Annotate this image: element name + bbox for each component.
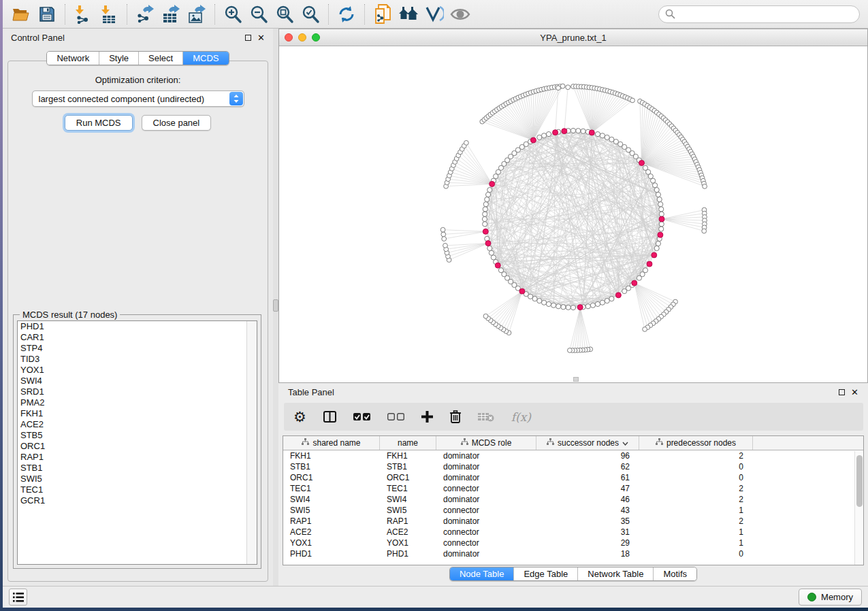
- table-row[interactable]: SWI5SWI5connector431: [283, 505, 863, 516]
- table-cell[interactable]: 0: [639, 473, 753, 482]
- float-table-panel-icon[interactable]: [839, 389, 845, 395]
- table-cell[interactable]: RAP1: [380, 516, 436, 526]
- table-cell[interactable]: RAP1: [283, 516, 380, 526]
- table-cell[interactable]: FKH1: [283, 451, 380, 461]
- delete-column-icon[interactable]: [450, 410, 461, 423]
- tab-style[interactable]: Style: [99, 52, 139, 65]
- table-cell[interactable]: 47: [536, 484, 639, 493]
- export-table-icon[interactable]: [158, 3, 184, 26]
- network-canvas[interactable]: [279, 46, 867, 382]
- table-cell[interactable]: 96: [536, 451, 639, 461]
- close-window-icon[interactable]: [285, 33, 293, 42]
- table-row[interactable]: SWI4SWI4dominator462: [283, 494, 863, 505]
- table-cell[interactable]: 0: [639, 462, 753, 472]
- mcds-result-item[interactable]: ORC1: [18, 441, 257, 452]
- table-cell[interactable]: ACE2: [380, 527, 436, 537]
- table-row[interactable]: PHD1PHD1dominator180: [283, 548, 863, 559]
- table-cell[interactable]: YOX1: [380, 538, 436, 548]
- table-cell[interactable]: ORC1: [380, 473, 436, 482]
- table-cell[interactable]: 2: [639, 484, 753, 493]
- table-row[interactable]: ORC1ORC1dominator610: [283, 472, 863, 483]
- table-cell[interactable]: dominator: [436, 451, 536, 461]
- network-graph[interactable]: [279, 46, 867, 382]
- home-icon[interactable]: [396, 3, 421, 26]
- gear-icon[interactable]: ⚙: [293, 409, 306, 425]
- table-cell[interactable]: connector: [436, 538, 536, 548]
- import-network-icon[interactable]: [70, 3, 96, 26]
- table-cell[interactable]: SWI5: [380, 506, 436, 515]
- table-cell[interactable]: 0: [639, 549, 753, 559]
- table-cell[interactable]: 31: [536, 527, 639, 537]
- table-row[interactable]: YOX1YOX1connector291: [283, 538, 863, 548]
- float-panel-icon[interactable]: [245, 35, 251, 41]
- memory-button[interactable]: Memory: [799, 589, 862, 606]
- table-row[interactable]: ACE2ACE2connector311: [283, 527, 863, 538]
- select-all-icon[interactable]: [353, 413, 370, 420]
- table-scrollbar-thumb[interactable]: [856, 455, 863, 507]
- close-panel-button[interactable]: Close panel: [142, 115, 212, 131]
- table-cell[interactable]: connector: [436, 506, 536, 515]
- table-cell[interactable]: 29: [536, 538, 639, 548]
- table-cell[interactable]: ACE2: [283, 527, 380, 537]
- zoom-in-icon[interactable]: [220, 3, 246, 26]
- tab-motifs[interactable]: Motifs: [654, 567, 696, 580]
- table-cell[interactable]: 43: [536, 506, 639, 515]
- table-cell[interactable]: 35: [536, 516, 639, 526]
- table-cell[interactable]: SWI4: [283, 495, 380, 504]
- mcds-result-item[interactable]: SWI5: [18, 474, 257, 484]
- tab-network-table[interactable]: Network Table: [578, 567, 654, 580]
- column-header-name[interactable]: name: [380, 436, 436, 450]
- table-cell[interactable]: SWI5: [283, 506, 380, 515]
- table-row[interactable]: STB1STB1dominator620: [283, 461, 863, 472]
- mcds-result-item[interactable]: TEC1: [18, 484, 257, 495]
- table-cell[interactable]: 1: [639, 527, 753, 537]
- tab-edge-table[interactable]: Edge Table: [514, 567, 578, 580]
- mcds-result-item[interactable]: CAR1: [18, 332, 257, 343]
- save-session-icon[interactable]: [34, 3, 60, 26]
- mcds-result-item[interactable]: TID3: [18, 354, 257, 365]
- zoom-fit-icon[interactable]: [272, 3, 298, 26]
- panel-splitter[interactable]: [273, 29, 278, 586]
- show-graphics-icon[interactable]: [447, 3, 473, 26]
- table-cell[interactable]: STB1: [380, 462, 436, 472]
- table-cell[interactable]: 2: [639, 516, 753, 526]
- splitter-grip[interactable]: [273, 299, 278, 312]
- table-cell[interactable]: PHD1: [380, 549, 436, 559]
- table-cell[interactable]: 1: [639, 506, 753, 515]
- tab-node-table[interactable]: Node Table: [450, 567, 515, 580]
- task-history-button[interactable]: [9, 589, 27, 606]
- minimize-window-icon[interactable]: [298, 33, 306, 42]
- search-input[interactable]: [679, 9, 853, 19]
- column-header-shared-name[interactable]: shared name: [283, 436, 380, 450]
- column-header-predecessor-nodes[interactable]: predecessor nodes: [639, 436, 753, 450]
- split-columns-icon[interactable]: [323, 411, 336, 423]
- table-row[interactable]: TEC1TEC1connector472: [283, 483, 863, 494]
- network-window-titlebar[interactable]: YPA_prune.txt_1: [279, 29, 867, 46]
- zoom-selected-icon[interactable]: [298, 3, 323, 26]
- hide-graphics-icon[interactable]: [421, 3, 447, 26]
- mcds-result-item[interactable]: RAP1: [18, 452, 257, 463]
- column-header-mcds-role[interactable]: MCDS role: [436, 436, 536, 450]
- table-cell[interactable]: 2: [639, 451, 753, 461]
- table-cell[interactable]: TEC1: [380, 484, 436, 493]
- table-cell[interactable]: 46: [536, 495, 639, 504]
- tab-network[interactable]: Network: [47, 52, 99, 65]
- mcds-result-item[interactable]: PMA2: [18, 397, 257, 408]
- table-cell[interactable]: dominator: [436, 516, 536, 526]
- table-cell[interactable]: TEC1: [283, 484, 380, 493]
- column-header-successor-nodes[interactable]: successor nodes: [536, 436, 639, 450]
- mcds-result-item[interactable]: YOX1: [18, 365, 257, 376]
- refresh-layout-icon[interactable]: [334, 3, 359, 26]
- table-cell[interactable]: connector: [436, 527, 536, 537]
- table-cell[interactable]: YOX1: [283, 538, 380, 548]
- mcds-result-item[interactable]: SRD1: [18, 386, 257, 397]
- mcds-result-item[interactable]: ACE2: [18, 419, 257, 430]
- maximize-window-icon[interactable]: [312, 33, 320, 42]
- table-cell[interactable]: FKH1: [380, 451, 436, 461]
- close-panel-icon[interactable]: ✕: [257, 35, 265, 41]
- import-table-icon[interactable]: [96, 3, 122, 26]
- table-cell[interactable]: 1: [639, 538, 753, 548]
- search-box[interactable]: [658, 5, 860, 23]
- table-cell[interactable]: dominator: [436, 495, 536, 504]
- table-cell[interactable]: connector: [436, 484, 536, 493]
